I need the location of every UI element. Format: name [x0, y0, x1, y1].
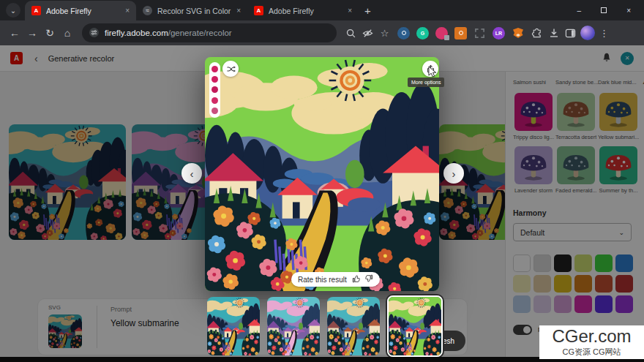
tab-strip: ⌄ AAdobe Firefly×≈Recolor SVG in Color L…: [0, 0, 644, 20]
tab-close-icon[interactable]: ×: [236, 7, 241, 15]
variant-illustration: [327, 297, 380, 355]
tab-close-icon[interactable]: ×: [348, 7, 352, 15]
glyph-dot: [402, 31, 406, 35]
palette-dot-4: [211, 97, 218, 104]
home-button[interactable]: ⌂: [59, 23, 76, 42]
tab-close-icon[interactable]: ×: [125, 7, 130, 15]
url-bar[interactable]: firefly.adobe.com/generate/recolor: [82, 23, 337, 42]
extension-fullscreen[interactable]: [473, 27, 486, 39]
variant-illustration: [267, 297, 320, 355]
forward-button[interactable]: →: [23, 23, 41, 42]
watermark-line1: CGer.com: [552, 328, 631, 345]
minimize-button[interactable]: –: [577, 7, 582, 15]
badge: [444, 35, 449, 40]
shuffle-button[interactable]: [222, 61, 239, 77]
thumbs-down-button[interactable]: [364, 273, 373, 286]
firefly-page: A ‹ Generative recolor ✕ Salmon sushiSan…: [0, 45, 644, 362]
avatar: [580, 26, 595, 40]
result-modal-layer: ‹ › Refresh More options Rate this resul…: [0, 45, 644, 362]
tab-search-button[interactable]: ⌄: [6, 3, 20, 18]
extensions-puzzle-icon[interactable]: [528, 24, 545, 42]
palette-dot-3: [211, 86, 218, 93]
extension-metamask[interactable]: [512, 27, 524, 39]
tab-1[interactable]: AAdobe Firefly×: [25, 1, 136, 20]
variant-illustration: [389, 297, 441, 355]
search-icon[interactable]: [342, 24, 359, 42]
site-info-icon[interactable]: [89, 28, 99, 39]
watermark: CGer.com CG资源 CG网站: [539, 325, 644, 359]
adobe-favicon: A: [254, 6, 263, 15]
adobe-favicon: A: [31, 6, 41, 15]
palette-dot-2: [211, 76, 218, 83]
tab-title: Recolor SVG in Color Lab | Ado: [157, 7, 233, 15]
colorlab-favicon: ≈: [143, 6, 152, 15]
back-button[interactable]: ←: [6, 23, 23, 42]
eye-off-icon[interactable]: [359, 24, 376, 42]
extension-icons: GLR: [397, 27, 524, 39]
tooltip: More options: [408, 78, 444, 87]
side-panel-icon[interactable]: [562, 24, 579, 42]
tab-2[interactable]: ≈Recolor SVG in Color Lab | Ado×: [136, 1, 247, 20]
shuffle-icon: [226, 64, 236, 74]
browser-tabs: AAdobe Firefly×≈Recolor SVG in Color Lab…: [25, 0, 359, 20]
rate-label: Rate this result: [298, 276, 347, 284]
watermark-line2: CG资源 CG网站: [562, 347, 621, 358]
result-preview: [205, 57, 439, 291]
glyph-dot: [459, 31, 463, 35]
url-path: /generate/recolor: [168, 29, 232, 37]
tab-title: Adobe Firefly: [46, 7, 121, 15]
variant-thumbnail-2[interactable]: [267, 297, 320, 355]
previous-result-button[interactable]: ‹: [181, 163, 202, 184]
variant-thumbnail-3[interactable]: [327, 297, 380, 355]
url-host: firefly.adobe.com: [105, 29, 168, 37]
selected-result-illustration: [205, 57, 439, 291]
downloads-icon[interactable]: [545, 24, 562, 42]
variant-thumbnails: [207, 297, 443, 357]
window-controls: – ×: [577, 0, 644, 20]
palette-dot-1: [211, 66, 218, 72]
extension-creative-cloud[interactable]: [454, 27, 467, 39]
extension-photos[interactable]: [397, 27, 410, 39]
variant-thumbnail-4[interactable]: [387, 295, 443, 357]
palette-dots-pill: [209, 62, 220, 118]
variant-thumbnail-1[interactable]: [207, 297, 260, 355]
browser-toolbar: ← → ↻ ⌂ firefly.adobe.com/generate/recol…: [0, 20, 644, 45]
next-result-button[interactable]: ›: [443, 163, 464, 184]
rate-result-pill: Rate this result: [291, 272, 380, 287]
new-tab-button[interactable]: +: [364, 4, 371, 17]
variant-illustration: [207, 297, 260, 355]
tab-3[interactable]: AAdobe Firefly×: [247, 1, 359, 20]
maximize-button[interactable]: [601, 7, 607, 13]
tab-title: Adobe Firefly: [269, 7, 344, 15]
thumbs-up-button[interactable]: [352, 273, 361, 286]
menu-kebab-icon[interactable]: ⋮: [596, 24, 613, 42]
profile-avatar[interactable]: [579, 24, 596, 42]
reload-button[interactable]: ↻: [41, 23, 59, 42]
chevron-down-icon: ⌄: [10, 7, 16, 15]
palette-dot-5: [211, 108, 218, 114]
bookmark-star-icon[interactable]: ☆: [376, 24, 393, 42]
close-button[interactable]: ×: [626, 7, 631, 15]
extension-grammarly[interactable]: G: [416, 27, 429, 39]
extension-adobe-color[interactable]: [435, 27, 448, 39]
extension-lightroom[interactable]: LR: [493, 27, 505, 39]
